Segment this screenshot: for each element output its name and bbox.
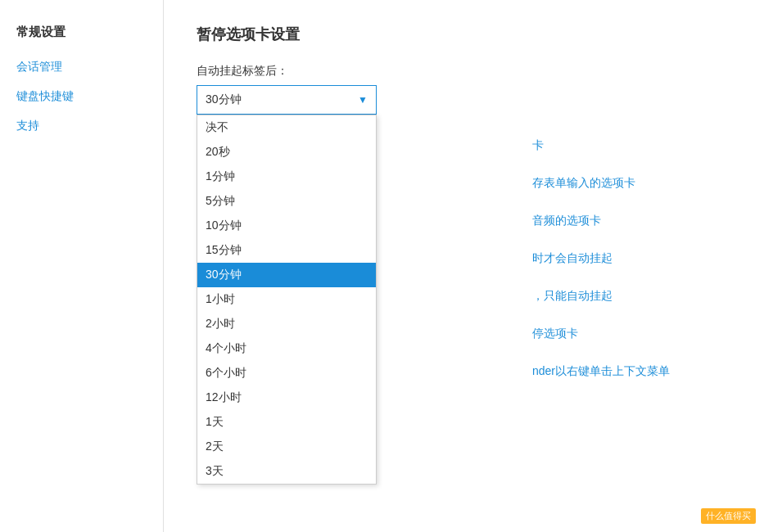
right-text-line-1: 存表单输入的选项卡 — [532, 177, 670, 188]
dropdown-item-4[interactable]: 10分钟 — [197, 214, 376, 238]
dropdown-item-11[interactable]: 12小时 — [197, 385, 376, 410]
dropdown-item-14[interactable]: 3天 — [197, 459, 376, 484]
right-text-line-0: 卡 — [532, 139, 670, 151]
dropdown-item-9[interactable]: 4个小时 — [197, 336, 376, 361]
dropdown-item-3[interactable]: 5分钟 — [197, 189, 376, 214]
sidebar-item-sessions[interactable]: 会话管理 — [16, 60, 147, 74]
right-text-line-5: 停选项卡 — [532, 327, 670, 339]
dropdown-selected-value: 30分钟 — [206, 92, 242, 107]
main-content: 暂停选项卡设置 自动挂起标签后： 30分钟 ▼ 决不 20秒 1分钟 5分钟 1… — [164, 0, 764, 532]
right-text-line-6: nder以右键单击上下文菜单 — [532, 365, 670, 376]
dropdown-item-10[interactable]: 6个小时 — [197, 361, 376, 385]
right-text-line-2: 音频的选项卡 — [532, 214, 670, 226]
dropdown-arrow-icon: ▼ — [358, 94, 368, 106]
dropdown-item-8[interactable]: 2小时 — [197, 312, 376, 336]
sidebar-item-keyboard[interactable]: 键盘快捷键 — [16, 89, 147, 104]
right-text-line-3: 时才会自动挂起 — [532, 252, 670, 264]
dropdown-list: 决不 20秒 1分钟 5分钟 10分钟 15分钟 30分钟 1小时 2小时 4个… — [197, 115, 377, 485]
page-title: 暂停选项卡设置 — [197, 25, 731, 44]
dropdown-item-2[interactable]: 1分钟 — [197, 165, 376, 189]
dropdown-selected[interactable]: 30分钟 ▼ — [197, 85, 377, 115]
dropdown-item-7[interactable]: 1小时 — [197, 287, 376, 312]
right-text-block: 卡 存表单输入的选项卡 音频的选项卡 时才会自动挂起 ，只能自动挂起 停选项卡 … — [532, 139, 670, 403]
dropdown-item-6[interactable]: 30分钟 — [197, 263, 376, 287]
app-container: 常规设置 会话管理 键盘快捷键 支持 暂停选项卡设置 自动挂起标签后： 30分钟… — [0, 0, 764, 532]
dropdown-item-0[interactable]: 决不 — [197, 115, 376, 140]
dropdown-item-5[interactable]: 15分钟 — [197, 238, 376, 263]
right-text-line-4: ，只能自动挂起 — [532, 290, 670, 301]
time-dropdown-wrapper[interactable]: 30分钟 ▼ 决不 20秒 1分钟 5分钟 10分钟 15分钟 30分钟 1小时… — [197, 85, 377, 115]
sidebar-item-support[interactable]: 支持 — [16, 119, 147, 133]
sidebar: 常规设置 会话管理 键盘快捷键 支持 — [0, 0, 164, 532]
watermark: 什么值得买 — [701, 508, 756, 524]
dropdown-item-1[interactable]: 20秒 — [197, 140, 376, 165]
dropdown-item-12[interactable]: 1天 — [197, 410, 376, 435]
sidebar-title: 常规设置 — [16, 25, 147, 40]
auto-suspend-label: 自动挂起标签后： — [197, 64, 731, 79]
dropdown-item-13[interactable]: 2天 — [197, 435, 376, 459]
